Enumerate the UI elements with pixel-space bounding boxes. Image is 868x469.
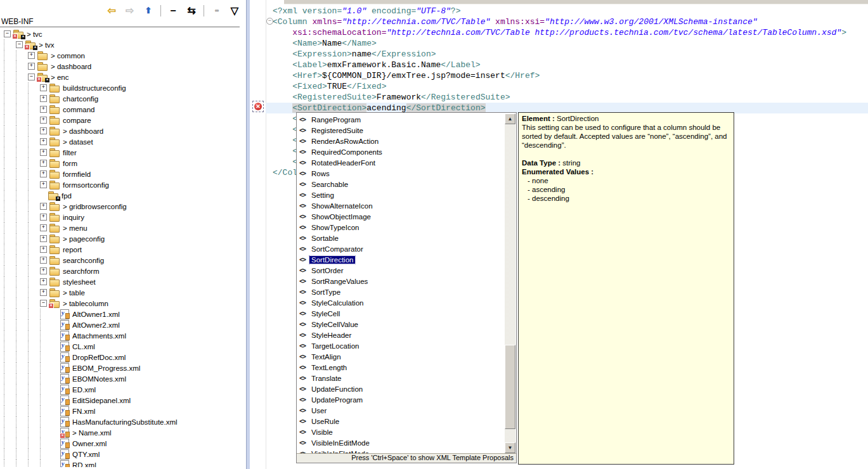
tree-item-ebomnotes-xml[interactable]: EBOMNotes.xml: [0, 373, 245, 384]
proposal-textlength[interactable]: <>TextLength: [297, 362, 505, 373]
scrollbar-thumb[interactable]: [505, 345, 515, 429]
expand-icon[interactable]: +: [40, 117, 47, 124]
proposal-sortorder[interactable]: <>SortOrder: [297, 265, 505, 276]
tree-item-editsidepanel-xml[interactable]: EditSidepanel.xml: [0, 395, 245, 406]
expand-icon[interactable]: +: [40, 138, 47, 145]
tree-item-hasmanufacturingsubstitute-xml[interactable]: HasManufacturingSubstitute.xml: [0, 416, 245, 427]
tree-item-dashboard[interactable]: +> dashboard: [0, 125, 245, 136]
expand-icon[interactable]: +: [28, 63, 35, 70]
view-menu-icon[interactable]: ▽: [228, 4, 241, 17]
collapse-icon[interactable]: −: [40, 300, 47, 307]
proposal-visibleinflatmode[interactable]: <>VisibleInFlatMode: [297, 448, 505, 453]
tree-item-inquiry[interactable]: +inquiry: [0, 212, 245, 222]
scroll-down-icon[interactable]: ▼: [505, 442, 515, 453]
tree-item-fpd[interactable]: *fpd: [0, 190, 245, 201]
tree-item-command[interactable]: +command: [0, 104, 245, 115]
proposal-sortrangevalues[interactable]: <>SortRangeValues: [297, 276, 505, 286]
proposal-stylecellvalue[interactable]: <>StyleCellValue: [297, 319, 505, 330]
collapse-all-icon[interactable]: −: [167, 4, 179, 17]
proposal-translate[interactable]: <>Translate: [297, 373, 505, 383]
tree-item-chartconfig[interactable]: +chartconfig: [0, 93, 245, 104]
proposal-updatefunction[interactable]: <>UpdateFunction: [297, 383, 505, 394]
proposal-showtypeicon[interactable]: <>ShowTypeIcon: [297, 222, 505, 233]
proposal-stylecalculation[interactable]: <>StyleCalculation: [297, 297, 505, 308]
scroll-up-icon[interactable]: ▲: [505, 113, 515, 124]
proposal-userule[interactable]: <>UseRule: [297, 416, 505, 427]
proposal-rows[interactable]: <>Rows: [297, 168, 505, 179]
collapse-icon[interactable]: −: [28, 74, 35, 80]
tree-item-altowner1-xml[interactable]: AltOwner1.xml: [0, 309, 245, 319]
tree-item-name-xml[interactable]: ×> Name.xml: [0, 427, 245, 438]
proposal-updateprogram[interactable]: <>UpdateProgram: [297, 394, 505, 405]
tree-item-pageconfig[interactable]: +> pageconfig: [0, 233, 245, 244]
proposal-styleheader[interactable]: <>StyleHeader: [297, 330, 505, 340]
tree-item-compare[interactable]: +compare: [0, 115, 245, 125]
proposal-visibleineditmode[interactable]: <>VisibleInEditMode: [297, 437, 505, 448]
proposal-rangeprogram[interactable]: <>RangeProgram: [297, 114, 505, 125]
proposal-sortdirection[interactable]: <>SortDirection: [297, 254, 505, 265]
expand-icon[interactable]: +: [40, 214, 47, 221]
tree-item-enc[interactable]: −×*> enc: [0, 72, 245, 82]
proposal-renderasrowaction[interactable]: <>RenderAsRowAction: [297, 136, 505, 146]
expand-icon[interactable]: +: [40, 289, 47, 296]
tree-item-searchform[interactable]: +searchform: [0, 266, 245, 276]
error-marker-icon[interactable]: ✕: [252, 101, 264, 112]
proposal-sorttype[interactable]: <>SortType: [297, 286, 505, 297]
tree-item-altowner2-xml[interactable]: AltOwner2.xml: [0, 319, 245, 330]
expand-icon[interactable]: +: [28, 52, 35, 59]
tree-item-ed-xml[interactable]: ED.xml: [0, 384, 245, 395]
expand-icon[interactable]: +: [40, 106, 47, 113]
proposal-registeredsuite[interactable]: <>RegisteredSuite: [297, 125, 505, 136]
proposal-sortcomparator[interactable]: <>SortComparator: [297, 243, 505, 254]
tree-item-attachments-xml[interactable]: Attachments.xml: [0, 330, 245, 341]
expand-icon[interactable]: +: [40, 278, 47, 285]
tree-item-buildstructureconfig[interactable]: +buildstructureconfig: [0, 82, 245, 93]
expand-icon[interactable]: +: [40, 246, 47, 253]
tree-item-common[interactable]: +> common: [0, 50, 245, 61]
expand-icon[interactable]: +: [40, 224, 47, 231]
tree-item-menu[interactable]: +> menu: [0, 222, 245, 233]
collapse-icon[interactable]: −: [16, 41, 23, 48]
proposal-textalign[interactable]: <>TextAlign: [297, 351, 505, 362]
proposal-showobjectimage[interactable]: <>ShowObjectImage: [297, 211, 505, 222]
tree-item-tablecolumn[interactable]: −×> tablecolumn: [0, 298, 245, 309]
expand-icon[interactable]: +: [40, 84, 47, 91]
collapse-icon[interactable]: −: [4, 30, 11, 37]
proposal-user[interactable]: <>User: [297, 405, 505, 416]
tree-item-dashboard[interactable]: +> dashboard: [0, 61, 245, 72]
proposal-requiredcomponents[interactable]: <>RequiredComponents: [297, 146, 505, 157]
proposal-targetlocation[interactable]: <>TargetLocation: [297, 340, 505, 351]
tree-item-report[interactable]: +report: [0, 244, 245, 255]
tree-item-droprefdoc-xml[interactable]: DropRefDoc.xml: [0, 352, 245, 363]
tree-item-table[interactable]: +> table: [0, 287, 245, 298]
tree-item-tvc[interactable]: −×*> tvc: [0, 29, 245, 39]
tree-item-filter[interactable]: +filter: [0, 147, 245, 158]
expand-icon[interactable]: +: [40, 267, 47, 274]
back-icon[interactable]: ⇦: [105, 4, 118, 17]
tree-item-fn-xml[interactable]: FN.xml: [0, 406, 245, 416]
expand-icon[interactable]: +: [40, 235, 47, 242]
expand-icon[interactable]: +: [40, 149, 47, 156]
tree-item-ebom-progress-xml[interactable]: EBOM_Progress.xml: [0, 363, 245, 373]
annotation-ruler[interactable]: ✕: [250, 0, 266, 469]
tree-item-formsortconfig[interactable]: +formsortconfig: [0, 179, 245, 190]
proposal-showalternateicon[interactable]: <>ShowAlternateIcon: [297, 200, 505, 211]
up-icon[interactable]: ⬆: [142, 4, 155, 17]
proposal-setting[interactable]: <>Setting: [297, 190, 505, 200]
expand-icon[interactable]: +: [40, 127, 47, 134]
proposal-visible[interactable]: <>Visible: [297, 427, 505, 437]
tree-item-rd-xml[interactable]: RD.xml: [0, 459, 245, 467]
tree-item-stylesheet[interactable]: +stylesheet: [0, 276, 245, 287]
expand-icon[interactable]: +: [40, 257, 47, 264]
tree-item-formfield[interactable]: +formfield: [0, 169, 245, 179]
tree-item-searchconfig[interactable]: +searchconfig: [0, 255, 245, 266]
proposal-searchable[interactable]: <>Searchable: [297, 179, 505, 190]
tree-item-tvx[interactable]: −×*> tvx: [0, 39, 245, 50]
tree-item-cl-xml[interactable]: CL.xml: [0, 341, 245, 352]
tree-item-dataset[interactable]: +> dataset: [0, 136, 245, 147]
expand-icon[interactable]: +: [40, 181, 47, 188]
expand-icon[interactable]: +: [40, 203, 47, 210]
proposal-sortable[interactable]: <>Sortable: [297, 233, 505, 243]
tree-item-owner-xml[interactable]: Owner.xml: [0, 438, 245, 449]
link-with-editor-icon[interactable]: ⇆: [185, 4, 198, 17]
